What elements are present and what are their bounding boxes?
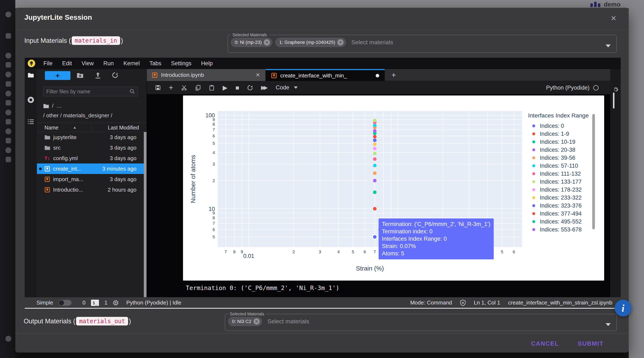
simple-mode-toggle[interactable]: [58, 300, 72, 306]
file-name[interactable]: Introductio...: [53, 187, 83, 193]
breadcrumb[interactable]: / …: [43, 103, 62, 109]
file-row-file[interactable]: Introductio...2 hours ago: [37, 184, 144, 195]
legend-item[interactable]: Indices: 0: [527, 122, 595, 130]
file-name[interactable]: import_ma...: [53, 176, 84, 183]
running-sessions-tab-icon[interactable]: [28, 97, 34, 103]
upload-icon[interactable]: [95, 72, 101, 79]
main-area-scrollbar[interactable]: [613, 93, 614, 109]
kernel-count[interactable]: 1: [104, 299, 107, 306]
legend-item[interactable]: Indices: 323-376: [527, 202, 595, 210]
file-row-file[interactable]: create_int...3 minutes ago: [37, 163, 144, 174]
legend-item[interactable]: Indices: 39-56: [527, 154, 595, 162]
stop-kernel-icon[interactable]: ■: [236, 84, 239, 91]
restart-kernel-icon[interactable]: [247, 85, 253, 91]
close-icon[interactable]: ✕: [611, 14, 617, 23]
submit-button[interactable]: SUBMIT: [578, 340, 604, 347]
terminal-count[interactable]: 0: [82, 299, 85, 306]
chip-delete-icon[interactable]: ✕: [264, 39, 270, 46]
sort-ascending-icon[interactable]: ▲: [73, 126, 76, 130]
menu-item-tabs[interactable]: Tabs: [145, 60, 166, 67]
new-tab-button[interactable]: +: [388, 69, 400, 81]
legend-item[interactable]: Indices: 10-19: [527, 138, 595, 146]
legend-item[interactable]: Indices: 553-678: [527, 226, 595, 234]
file-list-header[interactable]: Name ▲ Last Modified: [37, 123, 146, 132]
material-chip[interactable]: 0: Ni3 C2✕: [228, 317, 262, 326]
gear-icon[interactable]: [612, 86, 619, 93]
file-name[interactable]: src: [53, 145, 60, 151]
file-row-folder[interactable]: src3 days ago: [37, 143, 144, 153]
menu-item-run[interactable]: Run: [98, 60, 119, 67]
column-header-name[interactable]: Name: [44, 125, 58, 131]
file-name[interactable]: config.yml: [53, 155, 78, 162]
close-tab-icon[interactable]: ✕: [256, 72, 260, 78]
cancel-button[interactable]: CANCEL: [531, 340, 559, 347]
chip-delete-icon[interactable]: ✕: [337, 39, 344, 46]
select-placeholder[interactable]: Select materials: [268, 318, 309, 325]
legend-item[interactable]: Indices: 111-132: [527, 170, 595, 178]
new-launcher-button[interactable]: +: [45, 71, 70, 80]
chevron-down-icon[interactable]: [606, 323, 611, 326]
home-folder-icon[interactable]: [43, 104, 49, 109]
file-row-file[interactable]: import_ma...3 days ago: [37, 174, 144, 184]
cpu-icon[interactable]: [113, 300, 119, 306]
menu-item-view[interactable]: View: [77, 60, 98, 67]
input-materials-select[interactable]: Selected Materials 0: Ni (mp-23)✕1: Grap…: [228, 33, 617, 53]
chart-legend[interactable]: Interfaces Index Range Indices: 0Indices…: [527, 112, 595, 234]
breadcrumb-path-text[interactable]: / other / materials_designer /: [43, 112, 112, 119]
file-row-file[interactable]: Y:config.yml3 days ago: [37, 153, 144, 163]
material-chip[interactable]: 0: Ni (mp-23)✕: [231, 38, 272, 47]
select-placeholder[interactable]: Select materials: [351, 39, 393, 46]
chip-delete-icon[interactable]: ✕: [254, 318, 260, 325]
tab-create-interface[interactable]: create_interface_with_min_: [266, 69, 385, 81]
run-cell-icon[interactable]: ▶: [223, 84, 228, 91]
insert-cell-icon[interactable]: +: [169, 83, 173, 92]
menu-item-help[interactable]: Help: [196, 60, 218, 67]
kernel-name[interactable]: Python (Pyodide): [546, 85, 590, 91]
file-name[interactable]: jupyterlite: [53, 134, 76, 141]
legend-item[interactable]: Indices: 679-786: [527, 234, 595, 234]
breadcrumb-path[interactable]: / other / materials_designer /: [43, 112, 112, 119]
breadcrumb-root[interactable]: /: [52, 103, 54, 109]
cut-cell-icon[interactable]: [181, 85, 187, 91]
menu-item-kernel[interactable]: Kernel: [119, 60, 145, 67]
legend-item[interactable]: Indices: 233-322: [527, 194, 595, 202]
tab-introduction[interactable]: Introduction.ipynb ✕: [147, 69, 265, 81]
copy-cell-icon[interactable]: [195, 85, 201, 91]
terminal-icon[interactable]: $_: [91, 300, 99, 306]
cursor-position[interactable]: Ln 1, Col 1: [474, 299, 500, 306]
restart-run-all-icon[interactable]: ▶▶: [261, 84, 268, 91]
file-name[interactable]: create_int...: [53, 166, 82, 172]
cell-type-dropdown[interactable]: Code: [276, 84, 298, 91]
legend-item[interactable]: Indices: 1-9: [527, 130, 595, 138]
kernel-state[interactable]: Python (Pyodide) | Idle: [126, 299, 181, 306]
refresh-icon[interactable]: [112, 72, 118, 78]
output-materials-select[interactable]: Selected Materials 0: Ni3 C2✕Select mate…: [225, 312, 617, 331]
kernel-indicator[interactable]: Python (Pyodide): [546, 81, 598, 94]
legend-item[interactable]: Indices: 57-110: [527, 162, 595, 170]
menu-item-edit[interactable]: Edit: [58, 60, 77, 67]
filter-files-input[interactable]: Filter files by name: [43, 87, 138, 96]
column-header-modified[interactable]: Last Modified: [108, 125, 139, 131]
legend-item[interactable]: Indices: 495-552: [527, 218, 595, 226]
file-browser-tab-icon[interactable]: [28, 72, 34, 78]
material-chip[interactable]: 1: Graphene (mp-1040425)✕: [275, 38, 346, 47]
legend-item[interactable]: Indices: 20-38: [527, 146, 595, 154]
chevron-down-icon[interactable]: [606, 45, 611, 48]
table-of-contents-tab-icon[interactable]: [28, 119, 34, 124]
legend-item[interactable]: Indices: 178-232: [527, 186, 595, 194]
save-icon[interactable]: [155, 85, 161, 91]
trust-shield-icon[interactable]: [460, 300, 466, 306]
paste-cell-icon[interactable]: [209, 85, 215, 91]
cell-type-value[interactable]: Code: [276, 84, 289, 91]
tab-label[interactable]: Introduction.ipynb: [161, 72, 204, 78]
file-browser-scrollbar[interactable]: [144, 132, 146, 297]
breadcrumb-ellipsis[interactable]: …: [56, 103, 62, 109]
tab-label[interactable]: create_interface_with_min_: [280, 72, 347, 79]
legend-item[interactable]: Indices: 377-494: [527, 210, 595, 218]
info-button[interactable]: i: [615, 300, 632, 316]
file-row-folder[interactable]: jupyterlite3 days ago: [37, 132, 144, 143]
new-folder-icon[interactable]: [77, 72, 84, 78]
legend-item[interactable]: Indices: 133-177: [527, 178, 595, 186]
menu-item-settings[interactable]: Settings: [166, 60, 196, 67]
menu-item-file[interactable]: File: [38, 60, 58, 67]
